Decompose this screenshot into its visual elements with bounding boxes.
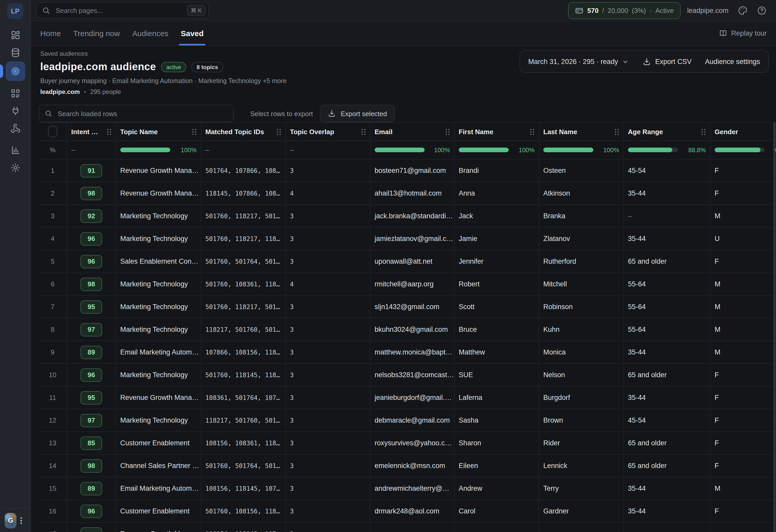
- cell-email: jeanieburgdorf@gmail.…: [370, 386, 454, 409]
- cell-value: Jamie: [459, 235, 477, 242]
- column-drag-handle-icon[interactable]: [527, 128, 535, 135]
- sidebar-item-qr-code[interactable]: [5, 84, 25, 102]
- row-number: 10: [49, 371, 56, 379]
- rows-search[interactable]: [39, 105, 234, 122]
- column-header-ids[interactable]: Matched Topic IDs: [201, 123, 286, 140]
- cell-age: 35-44: [624, 386, 711, 409]
- snapshot-dropdown[interactable]: March 31, 2026 · 295 · ready: [528, 57, 629, 65]
- cell-value: Carol: [459, 507, 475, 515]
- intent-score-badge: 97: [80, 413, 102, 427]
- help-icon[interactable]: [757, 5, 767, 15]
- column-header-gender[interactable]: Gender: [711, 123, 776, 140]
- table-row[interactable]: 191Revenue Growth Mana…501764, 107866, 1…: [39, 159, 776, 182]
- credits-badge[interactable]: 570 / 20,000 (3%) · Active: [568, 2, 681, 19]
- table-row[interactable]: 698Marketing Technology501760, 108361, 1…: [39, 273, 776, 296]
- topics-badge[interactable]: 8 topics: [191, 62, 223, 72]
- tab-home[interactable]: Home: [40, 21, 61, 45]
- row-number: 9: [51, 348, 54, 356]
- avatar[interactable]: G: [5, 513, 16, 528]
- replay-tour-button[interactable]: Replay tour: [719, 29, 767, 38]
- table-row[interactable]: 1589Email Marketing Autom…108156, 118145…: [39, 477, 776, 500]
- cell-value: jamiezlatanov@gmail.c…: [375, 235, 453, 242]
- cell-last: Burgdorf: [539, 386, 624, 409]
- cell-value: Sharon: [459, 439, 481, 447]
- table-row[interactable]: 1498Channel Sales Partner …501760, 50176…: [39, 455, 776, 477]
- table-row[interactable]: 1195Revenue Growth Mana…108361, 501764, …: [39, 386, 776, 409]
- column-drag-handle-icon[interactable]: [611, 128, 619, 135]
- column-header-first[interactable]: First Name: [454, 123, 539, 140]
- column-drag-handle-icon[interactable]: [698, 128, 706, 135]
- cell-overlap: 3: [286, 227, 370, 250]
- sidebar-item-database[interactable]: [5, 44, 25, 61]
- select-all-checkbox[interactable]: [48, 126, 57, 137]
- column-drag-handle-icon[interactable]: [358, 128, 366, 135]
- table-row[interactable]: 897Marketing Technology118217, 501760, 5…: [39, 318, 776, 341]
- cell-intent: 96: [67, 250, 116, 273]
- app-window: LP G ⌘ K 570 / 20,000 (3%) · Active: [0, 0, 776, 532]
- cell-value: 35-44: [628, 394, 646, 401]
- column-drag-handle-icon[interactable]: [273, 128, 281, 135]
- sidebar-item-webhook[interactable]: [5, 120, 25, 137]
- tab-saved[interactable]: Saved: [181, 21, 204, 45]
- table-row[interactable]: 1385Customer Enablement108156, 108361, 1…: [39, 432, 776, 455]
- cell-value: F: [715, 371, 719, 379]
- table-row[interactable]: 795Marketing Technology501760, 118217, 5…: [39, 296, 776, 318]
- cell-value: 501760, 118217, 501…: [205, 212, 280, 219]
- cell-rownum: 9: [39, 341, 67, 363]
- cell-value: F: [715, 462, 719, 470]
- cell-email: roxysurvives@yahoo.c…: [370, 432, 454, 454]
- sidebar-item-plug[interactable]: [5, 102, 25, 120]
- global-search[interactable]: ⌘ K: [36, 2, 209, 19]
- more-menu-icon[interactable]: [16, 516, 26, 525]
- column-header-intent[interactable]: Intent …: [67, 123, 116, 140]
- cell-email: bkuhn3024@gmail.com: [370, 318, 454, 341]
- column-header-email[interactable]: Email: [370, 123, 454, 140]
- sidebar-item-dashboard[interactable]: [5, 26, 25, 44]
- vertical-scrollbar[interactable]: [773, 122, 775, 532]
- table-row[interactable]: 989Email Marketing Autom…107866, 108156,…: [39, 341, 776, 364]
- table-row[interactable]: 1096Marketing Technology501760, 118145, …: [39, 364, 776, 386]
- table-row[interactable]: 17Revenue Growth Mana…108156, 118145, 10…: [39, 523, 776, 532]
- table-row[interactable]: 392Marketing Technology501760, 118217, 5…: [39, 205, 776, 227]
- sidebar-nav: [0, 19, 30, 176]
- tab-trending-now[interactable]: Trending now: [73, 21, 120, 45]
- cell-gender: M: [711, 296, 776, 318]
- audience-settings-button[interactable]: Audience settings: [705, 57, 760, 65]
- table-row[interactable]: 496Marketing Technology501760, 118217, 1…: [39, 227, 776, 250]
- cell-value: Eileen: [459, 462, 478, 470]
- column-header-age[interactable]: Age Range: [624, 123, 711, 140]
- sidebar-item-audience-target[interactable]: [5, 61, 25, 81]
- cell-intent: 89: [67, 477, 116, 500]
- sidebar-item-bar-chart[interactable]: [5, 141, 25, 159]
- column-header-topic[interactable]: Topic Name: [116, 123, 201, 140]
- rows-search-input[interactable]: [57, 109, 228, 118]
- workspace-domain[interactable]: leadpipe.com: [687, 6, 729, 14]
- table-row[interactable]: 1297Marketing Technology118217, 501760, …: [39, 409, 776, 432]
- table-row[interactable]: 596Sales Enablement Con…501760, 501764, …: [39, 250, 776, 273]
- empty-value: –: [290, 146, 294, 154]
- table-row[interactable]: 1696Customer Enablement501760, 108156, 1…: [39, 500, 776, 523]
- cell-value: Customer Enablement: [120, 439, 190, 447]
- cell-value: Marketing Technology: [120, 280, 188, 288]
- app-logo[interactable]: LP: [7, 3, 23, 19]
- column-drag-handle-icon[interactable]: [442, 128, 450, 135]
- cell-value: Scott: [459, 303, 475, 311]
- cell-value: 65 and older: [628, 462, 666, 470]
- theme-palette-icon[interactable]: [738, 5, 748, 15]
- cell-ids: 108156, 118145, 107…: [201, 523, 286, 532]
- column-header-rownum[interactable]: [39, 123, 67, 140]
- column-header-overlap[interactable]: Topic Overlap: [286, 123, 370, 140]
- column-header-last[interactable]: Last Name: [539, 123, 624, 140]
- row-number: 15: [49, 485, 56, 492]
- column-drag-handle-icon[interactable]: [189, 128, 197, 135]
- cell-value: Marketing Technology: [120, 212, 188, 220]
- sidebar-item-settings-gear[interactable]: [5, 159, 25, 176]
- cell-age: [624, 523, 711, 532]
- table-row[interactable]: 298Revenue Growth Mana…118145, 107866, 1…: [39, 182, 776, 205]
- export-selected-button[interactable]: Export selected: [320, 105, 395, 122]
- intent-score-badge: 95: [80, 300, 102, 314]
- column-drag-handle-icon[interactable]: [104, 128, 112, 135]
- global-search-input[interactable]: [55, 6, 187, 15]
- tab-audiences[interactable]: Audiences: [132, 21, 169, 45]
- export-csv-button[interactable]: Export CSV: [642, 57, 692, 66]
